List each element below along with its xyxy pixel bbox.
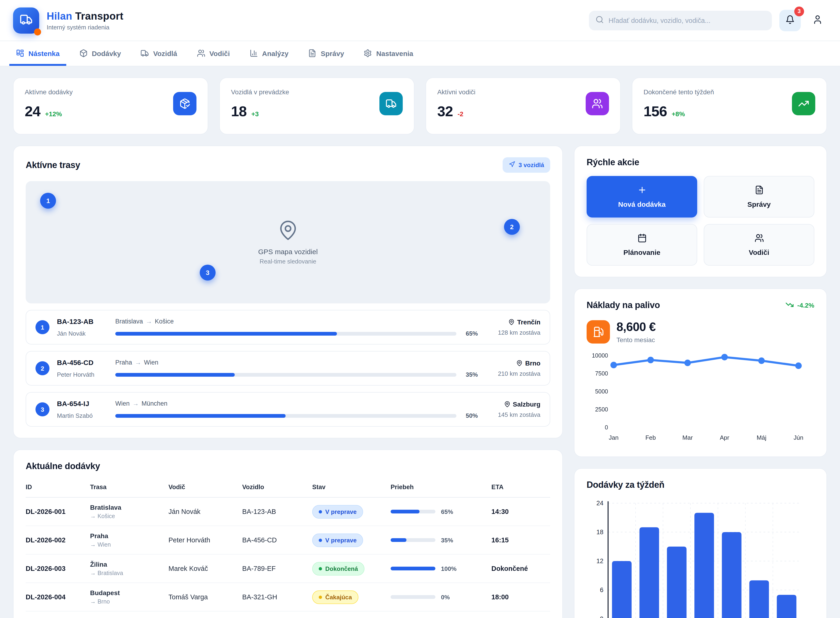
tab-spravy[interactable]: Správy	[302, 41, 351, 66]
route-row[interactable]: 3 BA-654-IJ Wien→München Martin Szabó 50…	[26, 392, 550, 426]
table-row[interactable]: DL-2026-002 Praha→ Wien Peter Horváth BA…	[26, 526, 550, 554]
stat-value: 32	[437, 103, 453, 120]
navigation-icon	[509, 161, 515, 169]
users-icon	[197, 49, 205, 57]
brand-primary: Hilan	[47, 10, 72, 22]
main-nav: Nástenka Dodávky Vozidlá Vodiči Analýzy …	[0, 41, 840, 66]
table-row[interactable]: DL-2026-004 Budapest→ Brno Tomáš Varga B…	[26, 583, 550, 612]
map-marker-3[interactable]: 3	[200, 264, 215, 280]
quick-action-spravy[interactable]: Správy	[704, 176, 814, 217]
route-location: Salzburg	[485, 401, 540, 408]
route-progress	[115, 373, 456, 376]
notifications-button[interactable]: 3	[779, 10, 801, 31]
quick-actions-card: Rýchle akcie Nová dodávka Správy Plánova…	[574, 146, 827, 277]
app-header: Hilan Transport Interný systém riadenia …	[0, 0, 840, 41]
map-pin-icon	[277, 220, 299, 241]
user-icon	[812, 15, 823, 26]
fuel-amount: 8,600 €	[616, 320, 656, 334]
deliveries-table: IDTrasaVodičVozidloStavPriebehETA DL-202…	[26, 481, 550, 618]
svg-text:2500: 2500	[595, 406, 608, 413]
stat-card: Aktívne dodávky 24 +12%	[13, 77, 208, 134]
users-icon	[754, 233, 764, 243]
bell-icon	[785, 15, 795, 24]
tab-nastavenia[interactable]: Nastavenia	[357, 41, 420, 66]
table-row[interactable]: DL-2026-003 Žilina→ Bratislava Marek Kov…	[26, 554, 550, 583]
route-list: 1 BA-123-AB Bratislava→Košice Ján Novák …	[26, 310, 550, 426]
status-badge: V preprave	[312, 505, 363, 518]
stat-icon-box	[173, 92, 196, 115]
search-box[interactable]	[589, 10, 772, 30]
status-dot	[34, 28, 41, 35]
fuel-card: Náklady na palivo -4.2% 8,600 € Tento me…	[574, 288, 827, 457]
stat-icon-box	[586, 92, 609, 115]
svg-text:Feb: Feb	[646, 434, 656, 441]
app-subtitle: Interný systém riadenia	[47, 24, 123, 31]
quick-action-vodici[interactable]: Vodiči	[704, 224, 814, 266]
stat-value: 18	[231, 103, 246, 120]
map-marker-1[interactable]: 1	[40, 193, 56, 209]
route-number: 2	[36, 361, 49, 375]
fuel-period: Tento mesiac	[616, 336, 656, 343]
svg-text:Jan: Jan	[609, 434, 619, 441]
truck-icon	[19, 13, 33, 26]
svg-text:Jún: Jún	[794, 434, 803, 441]
search-input[interactable]	[608, 16, 765, 24]
route-location: Trenčín	[485, 318, 540, 326]
map-marker-2[interactable]: 2	[504, 219, 520, 235]
svg-text:Máj: Máj	[757, 434, 766, 441]
fuel-delta: -4.2%	[786, 300, 814, 310]
tab-vozidla[interactable]: Vozidlá	[134, 41, 184, 66]
user-menu-button[interactable]	[808, 11, 827, 30]
trending-down-icon	[786, 300, 794, 309]
route-number: 1	[36, 320, 49, 334]
map-pin-icon	[516, 360, 523, 366]
tab-vodici[interactable]: Vodiči	[190, 41, 236, 66]
fuel-pump-icon	[586, 320, 610, 343]
svg-text:7500: 7500	[595, 370, 608, 377]
stats-row: Aktívne dodávky 24 +12% Vozidlá v prevád…	[13, 77, 827, 134]
vehicles-badge: 3 vozidlá	[503, 157, 550, 173]
active-routes-card: Aktívne trasy 3 vozidlá GPS mapa vozidie…	[13, 146, 563, 438]
fuel-chart-svg: 100007500500025000JanFebMarAprMájJún	[586, 350, 806, 443]
quick-action-novadodavka[interactable]: Nová dodávka	[586, 176, 697, 217]
fuel-title: Náklady na palivo	[586, 300, 660, 310]
dashboard-page: Hilan Transport Interný systém riadenia …	[0, 0, 840, 618]
route-row[interactable]: 2 BA-456-CD Praha→Wien Peter Horváth 35%…	[26, 351, 550, 386]
tab-nastenka[interactable]: Nástenka	[9, 41, 66, 66]
fuel-pump-icon	[593, 326, 604, 337]
table-row[interactable]: DL-2026-005 Wien→ München Martin Szabó B…	[26, 612, 550, 618]
svg-text:6: 6	[600, 587, 603, 593]
stat-icon-box	[792, 92, 815, 115]
svg-text:24: 24	[597, 500, 603, 507]
active-routes-title: Aktívne trasy	[26, 160, 80, 170]
route-row[interactable]: 1 BA-123-AB Bratislava→Košice Ján Novák …	[26, 310, 550, 345]
quick-actions-title: Rýchle akcie	[586, 157, 814, 168]
gps-map: GPS mapa vozidiel Real-time sledovanie 1…	[26, 181, 550, 303]
chart-icon	[249, 49, 258, 57]
user-icon	[812, 15, 823, 25]
route-path: Wien→München	[115, 400, 168, 407]
bar	[640, 527, 659, 618]
table-row[interactable]: DL-2026-001 Bratislava→ Košice Ján Novák…	[26, 498, 550, 526]
truck-icon	[386, 98, 397, 109]
package-check-icon	[179, 98, 190, 109]
users-icon	[592, 98, 603, 109]
tab-analyzy[interactable]: Analýzy	[243, 41, 295, 66]
svg-text:0: 0	[600, 615, 603, 618]
svg-text:10000: 10000	[592, 352, 608, 359]
stat-icon-box	[379, 92, 403, 115]
map-pin-icon	[277, 235, 299, 242]
stat-value: 24	[25, 103, 40, 120]
weekly-bar-chart: 06121824PoUtStŠtPiSoNe	[586, 497, 814, 618]
svg-text:5000: 5000	[595, 388, 608, 395]
map-title: GPS mapa vozidiel	[258, 248, 318, 256]
stat-card: Vozidlá v prevádzke 18 +3	[219, 77, 414, 134]
quick-action-planovanie[interactable]: Plánovanie	[586, 224, 697, 266]
tab-dodavky[interactable]: Dodávky	[73, 41, 128, 66]
map-pin-icon	[508, 319, 515, 325]
stat-delta: +12%	[45, 110, 62, 117]
plus-icon	[637, 185, 647, 195]
stat-delta: +8%	[672, 110, 685, 117]
svg-text:12: 12	[597, 557, 603, 565]
svg-text:Mar: Mar	[682, 434, 693, 441]
